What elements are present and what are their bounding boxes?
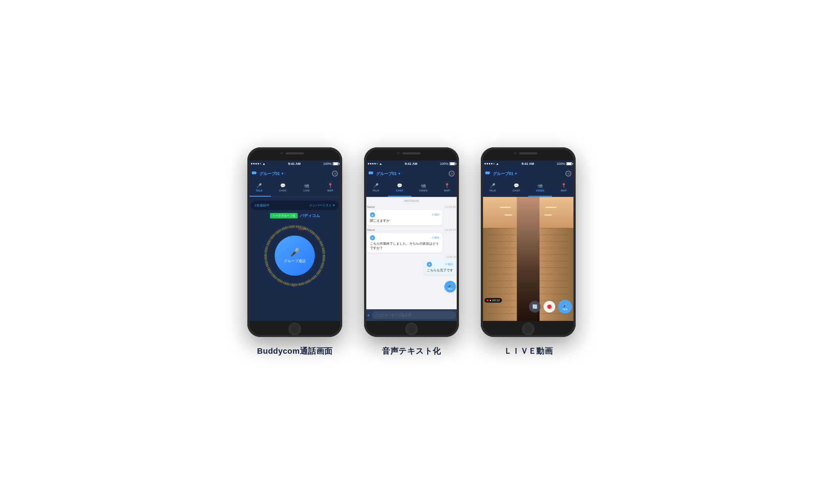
chat-date: 2017/11/16 xyxy=(364,197,459,204)
chat-input-bar: + xyxy=(364,309,459,321)
label-talk: Buddycom通話画面 xyxy=(257,346,333,357)
group-icon-1 xyxy=(252,171,258,176)
member-bar: 2名接続中 メンバーリスト ▾ xyxy=(251,201,339,210)
settings-icon-3[interactable]: ⚙ xyxy=(565,171,571,177)
talk-content: 2名接続中 メンバーリスト ▾ トークグループ名 バディコム xyxy=(247,197,342,321)
tab-bar-2: 🎤 TALK 💬 CHAT 📹 VIDEO 📍 MAP xyxy=(364,180,459,197)
play-btn-1[interactable]: ▶ xyxy=(370,212,375,217)
chat-input[interactable] xyxy=(372,311,456,319)
settings-icon-2[interactable]: ⚙ xyxy=(449,171,455,177)
chat-bubble-3: ▶ ↺ 翻訳 こちらも完了です xyxy=(424,260,456,275)
battery-pct-2: 100% xyxy=(440,162,448,166)
battery-icon-3 xyxy=(566,162,572,165)
chat-content: 2017/11/16 Name 12:23 56 ▶ ↺ 翻訳 聞こえますか xyxy=(364,197,459,321)
live-video-view: 🔄 🎤 TALK ● 00:12 xyxy=(481,197,576,321)
home-button-2[interactable] xyxy=(405,323,418,335)
tab-talk-3[interactable]: 🎤 TALK xyxy=(481,180,505,197)
chevron-down-3[interactable]: ▾ xyxy=(515,172,517,175)
tab-talk-2[interactable]: 🎤 TALK xyxy=(364,180,388,197)
tab-chat-1[interactable]: 💬 CHAT xyxy=(271,180,295,197)
timer-display: ● xyxy=(490,299,491,302)
group-name-2: グループ01 xyxy=(376,171,397,177)
top-bezel-2 xyxy=(364,147,459,160)
home-button-3[interactable] xyxy=(522,323,534,335)
tab-video-2[interactable]: 📹 VIDEO xyxy=(412,180,435,197)
record-button[interactable] xyxy=(544,301,555,313)
group-icon-2 xyxy=(368,171,374,176)
screen-talk: ▲ 9:41 AM 100% グループ01 xyxy=(247,160,342,321)
status-bar-3: ▲ 9:41 AM 100% xyxy=(481,160,576,167)
camera-2 xyxy=(397,152,399,154)
tab-chat-3[interactable]: 💬 CHAT xyxy=(505,180,528,197)
play-btn-2[interactable]: ▶ xyxy=(370,235,375,240)
rec-dot-icon xyxy=(487,299,488,301)
page-container: ▲ 9:41 AM 100% グループ01 xyxy=(247,147,576,357)
ceiling-light-1 xyxy=(500,207,511,208)
sender-1: Name 12:23 56 xyxy=(367,205,456,209)
settings-icon-1[interactable]: ⚙ xyxy=(332,171,338,177)
tab-bar-1: 🎤 TALK 💬 CHAT 📹 LIVE 📍 MAP xyxy=(247,180,342,197)
app-header-2: グループ01 ▾ ⚙ xyxy=(364,167,459,180)
status-bar-1: ▲ 9:41 AM 100% xyxy=(247,160,342,167)
group-name-value: バディコム xyxy=(300,213,320,218)
video-talk-label: TALK xyxy=(563,308,568,310)
chevron-down-1[interactable]: ▾ xyxy=(282,172,283,175)
phone-section-chat: ▲ 9:41 AM 100% グループ01 xyxy=(364,147,459,357)
tab-talk-1[interactable]: 🎤 TALK xyxy=(247,180,271,197)
group-name-3: グループ01 xyxy=(493,171,513,177)
member-count: 2名接続中 xyxy=(255,203,270,208)
tab-chat-2[interactable]: 💬 CHAT xyxy=(388,180,412,197)
bottom-bezel-2 xyxy=(364,321,459,337)
app-header-1: グループ01 ▾ ⚙ xyxy=(247,167,342,180)
talk-fab-label-2: TALK xyxy=(448,288,453,290)
video-talk-btn[interactable]: 🎤 TALK xyxy=(558,300,572,314)
talk-fab-2[interactable]: 🎤 TALK xyxy=(444,281,456,292)
member-list-btn[interactable]: メンバーリスト ▾ xyxy=(309,203,335,208)
bubble-text-3: こちらも完了です xyxy=(427,268,453,273)
phone-chat: ▲ 9:41 AM 100% グループ01 xyxy=(364,147,459,337)
translate-btn-2[interactable]: ↺ 翻訳 xyxy=(432,236,440,240)
message-group-1: Name 12:23 56 ▶ ↺ 翻訳 聞こえますか xyxy=(367,205,456,225)
screen-chat: ▲ 9:41 AM 100% グループ01 xyxy=(364,160,459,321)
label-video: ＬＩＶＥ動画 xyxy=(504,346,553,357)
timer-value: 00:12 xyxy=(492,299,500,302)
chat-bubble-1: ▶ ↺ 翻訳 聞こえますか xyxy=(367,210,443,225)
label-chat: 音声テキスト化 xyxy=(382,346,441,357)
battery-icon-1 xyxy=(333,162,339,165)
app-header-3: グループ01 ▾ ⚙ xyxy=(481,167,576,180)
play-btn-3[interactable]: ▶ xyxy=(427,262,432,267)
message-group-2: Name 12:25 23 ▶ ↺ 翻訳 こちら作業終了しました。そちらの状況は… xyxy=(367,228,456,253)
tab-map-2[interactable]: 📍 MAP xyxy=(435,180,459,197)
tab-map-3[interactable]: 📍 MAP xyxy=(552,180,576,197)
home-button-1[interactable] xyxy=(289,323,301,335)
chat-bubble-2: ▶ ↺ 翻訳 こちら作業終了しました。そちらの状況はどうですか？ xyxy=(367,233,443,253)
chat-plus-icon[interactable]: + xyxy=(367,312,370,318)
translate-btn-3[interactable]: ↺ 翻訳 xyxy=(445,263,453,266)
phone-section-video: ▲ 9:41 AM 100% グループ01 xyxy=(481,147,576,357)
svg-text:0: 0 xyxy=(293,284,294,287)
camera-3 xyxy=(514,152,516,154)
talk-circle[interactable]: OVER 0 🎤 グループ通話 xyxy=(262,223,328,288)
phone-video: ▲ 9:41 AM 100% グループ01 xyxy=(481,147,576,337)
tab-map-1[interactable]: 📍 MAP xyxy=(318,180,342,197)
group-name-label: トークグループ名 xyxy=(270,213,298,218)
battery-pct-3: 100% xyxy=(557,162,565,166)
status-time-1: 9:41 AM xyxy=(288,162,301,166)
tab-live-1[interactable]: 📹 LIVE xyxy=(295,180,318,197)
ceiling-light-3 xyxy=(505,214,512,216)
chevron-down-2[interactable]: ▾ xyxy=(398,172,400,175)
battery-icon-2 xyxy=(449,162,455,165)
ceiling-light-2 xyxy=(545,207,557,208)
translate-btn-1[interactable]: ↺ 翻訳 xyxy=(432,213,440,217)
phone-talk: ▲ 9:41 AM 100% グループ01 xyxy=(247,147,342,337)
camera-1 xyxy=(280,152,283,154)
recording-timer: ● 00:12 xyxy=(484,298,502,303)
bubble-text-2: こちら作業終了しました。そちらの状況はどうですか？ xyxy=(370,241,440,251)
talk-button[interactable]: 🎤 グループ通話 xyxy=(275,236,315,276)
camera-switch-btn[interactable]: 🔄 xyxy=(529,301,541,313)
status-time-3: 9:41 AM xyxy=(522,162,534,166)
phone-section-talk: ▲ 9:41 AM 100% グループ01 xyxy=(247,147,342,357)
tab-video-3[interactable]: 📹 VIDEO xyxy=(528,180,552,197)
status-time-2: 9:41 AM xyxy=(405,162,417,166)
group-name-1: グループ01 xyxy=(259,171,280,177)
